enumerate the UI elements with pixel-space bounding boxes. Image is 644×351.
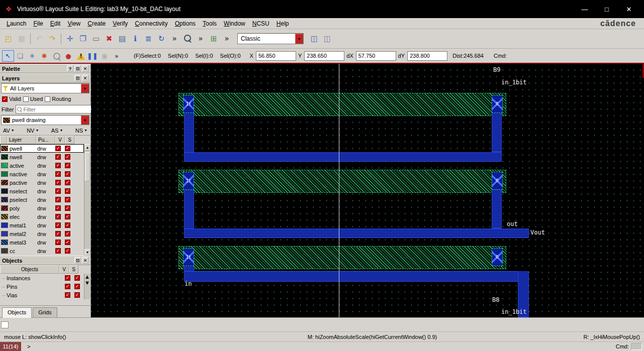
objects-header-selectable[interactable]: S — [69, 265, 78, 274]
objects-header-visible[interactable]: V — [59, 265, 69, 274]
layers-header-sort[interactable] — [0, 136, 7, 144]
canvas-label-out[interactable]: out — [507, 220, 518, 227]
menu-help[interactable]: Help — [273, 19, 293, 28]
metal1-route-stub1[interactable] — [492, 112, 502, 152]
layers-dock-button[interactable]: ⊡ — [74, 75, 81, 81]
close-button[interactable]: ✕ — [618, 2, 640, 17]
zoom-icon[interactable] — [181, 32, 194, 45]
objects-header-name[interactable]: Objects — [0, 265, 59, 274]
align-icon[interactable]: ≣ — [142, 32, 155, 45]
scroll-down-icon[interactable]: ▼ — [84, 249, 90, 256]
canvas-label-b9[interactable]: B9 — [493, 66, 500, 73]
layers-header-visible[interactable]: V — [55, 136, 65, 144]
layer-row-metal3[interactable]: metal3drw✓✓ — [0, 238, 84, 247]
checkbox[interactable]: ✓ — [65, 240, 70, 245]
layers-header-layer[interactable]: Layer — [7, 136, 36, 144]
filter-input[interactable] — [23, 106, 95, 112]
canvas-label-in[interactable]: in — [185, 280, 192, 287]
layer-row-metal1[interactable]: metal1drw✓✓ — [0, 221, 84, 229]
tab-grids[interactable]: Grids — [33, 307, 57, 317]
checkbox[interactable]: ✓ — [55, 222, 61, 228]
snapshot-icon[interactable]: ▣ — [99, 50, 111, 62]
checkbox[interactable]: ✓ — [65, 180, 70, 185]
vis-control-as[interactable]: AS▼ — [51, 128, 63, 134]
layers-header-purpose[interactable]: Pu... — [36, 136, 55, 144]
menu-tools[interactable]: Tools — [199, 19, 220, 28]
zoom-overflow-icon[interactable]: » — [194, 32, 207, 45]
update-icon[interactable]: ↻ — [155, 32, 168, 45]
menu-view[interactable]: View — [64, 19, 84, 28]
object-row-vias[interactable]: Vias✓✓ — [0, 291, 84, 299]
checkbox[interactable]: ✓ — [74, 292, 80, 298]
tab-objects[interactable]: Objects — [2, 307, 32, 318]
checkbox[interactable]: ✓ — [2, 96, 8, 102]
layer-row-pwell[interactable]: pwelldrw✓✓ — [0, 144, 84, 153]
vis-control-av[interactable]: AV▼ — [3, 128, 15, 134]
layers-scrollbar-thumb[interactable] — [85, 152, 90, 181]
palette-dock-button[interactable]: ⊡ — [74, 65, 81, 72]
coord-input-dy[interactable] — [407, 51, 447, 61]
properties-icon[interactable]: ▤ — [116, 32, 129, 45]
dropdown-arrow-icon[interactable]: ▼ — [81, 115, 89, 125]
copy-icon[interactable]: ❐ — [76, 32, 89, 45]
checkbox[interactable]: ✓ — [65, 214, 70, 219]
layers-header-selectable[interactable]: S — [65, 136, 74, 144]
layer-row-pactive[interactable]: pactivedrw✓✓ — [0, 178, 84, 187]
contact-row2-right[interactable]: R — [492, 172, 503, 190]
layer-row-cc[interactable]: ccdrw✓✓ — [0, 247, 84, 255]
probe-icon[interactable]: ● — [62, 50, 74, 62]
checkbox[interactable]: ✓ — [65, 222, 70, 228]
menu-launch[interactable]: Launch — [3, 19, 30, 28]
menu-edit[interactable]: Edit — [47, 19, 64, 28]
checkbox[interactable]: ✓ — [55, 214, 61, 219]
objects-dock-button[interactable]: ⊡ — [74, 257, 81, 264]
canvas-label-in-1bit[interactable]: in_1bit — [501, 79, 527, 86]
display-style-dropdown[interactable]: Classic ▼ — [237, 33, 304, 44]
checkbox[interactable]: ✓ — [65, 231, 70, 237]
save-icon[interactable]: ▦ — [15, 32, 28, 45]
dropdown-arrow-icon[interactable]: ▼ — [81, 84, 89, 93]
checkbox[interactable]: ✓ — [55, 231, 61, 237]
undo-icon[interactable]: ↶ — [33, 32, 46, 45]
checkbox[interactable]: ✓ — [65, 275, 70, 281]
layer-row-nwell[interactable]: nwelldrw✓✓ — [0, 153, 84, 161]
contact-row3-right[interactable]: R — [492, 248, 503, 266]
contact-row3-left[interactable]: It — [183, 248, 194, 266]
objects-header[interactable]: Objects ⊡ ✕ — [0, 256, 90, 265]
checkbox[interactable] — [45, 96, 50, 102]
canvas-label-vout[interactable]: Vout — [530, 229, 545, 236]
grid-snap-icon[interactable]: ✳ — [26, 50, 38, 62]
palette-help-button[interactable]: ? — [67, 65, 73, 72]
vis-control-nv[interactable]: NV▼ — [27, 128, 39, 134]
coord-input-y[interactable] — [304, 51, 344, 61]
checkbox[interactable]: ✓ — [65, 188, 70, 194]
scroll-down-icon[interactable]: ▼ — [84, 280, 90, 286]
contact-row1-right[interactable]: R — [492, 95, 503, 113]
contact-row1-left[interactable]: It — [183, 95, 194, 113]
menu-connectivity[interactable]: Connectivity — [131, 19, 171, 28]
checkbox[interactable]: ✓ — [65, 171, 70, 177]
info-icon[interactable]: ℹ — [129, 32, 142, 45]
warning-icon[interactable] — [74, 50, 86, 62]
object-row-instances[interactable]: Instances✓✓ — [0, 274, 84, 282]
open-icon[interactable]: ◰ — [2, 32, 15, 45]
objects-close-button[interactable]: ✕ — [82, 257, 88, 264]
contact-row2-left[interactable]: It — [183, 172, 194, 190]
layers-scrollbar[interactable]: ▲ ▼ — [84, 144, 90, 256]
create-overflow-icon[interactable]: » — [220, 32, 233, 45]
checkbox[interactable]: ✓ — [65, 197, 70, 202]
minimize-button[interactable]: — — [574, 2, 596, 17]
all-layers-dropdown[interactable]: All Layers ▼ — [1, 83, 89, 93]
layer-row-elec[interactable]: elecdrw✓✓ — [0, 212, 84, 221]
move-icon[interactable]: ✛ — [63, 32, 76, 45]
coord-input-x[interactable] — [256, 51, 296, 61]
checkbox[interactable]: ✓ — [55, 248, 61, 254]
object-row-pins[interactable]: Pins✓✓ — [0, 282, 84, 291]
vis-control-ns[interactable]: NS▼ — [75, 128, 87, 134]
menu-verify[interactable]: Verify — [109, 19, 131, 28]
checkbox[interactable]: ✓ — [74, 275, 80, 281]
layers-header[interactable]: Layers ⊡ ✕ — [0, 73, 90, 83]
checkbox[interactable]: ✓ — [55, 205, 61, 211]
layer-row-nactive[interactable]: nactivedrw✓✓ — [0, 170, 84, 178]
objects-scrollbar[interactable]: ▲ ▼ — [84, 274, 90, 299]
